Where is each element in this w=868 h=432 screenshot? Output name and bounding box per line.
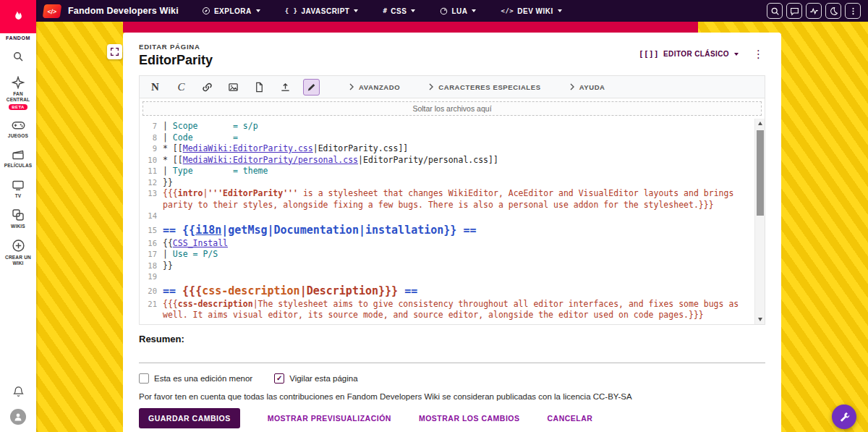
code-line[interactable]: 16{{CSS_Install <box>140 238 754 250</box>
show-changes-button[interactable]: MOSTRAR LOS CAMBIOS <box>419 414 520 423</box>
bold-button[interactable]: N <box>147 79 163 96</box>
toolbar-section-ayuda[interactable]: AYUDA <box>566 82 610 92</box>
search-icon <box>770 7 780 16</box>
code-line[interactable]: 7| Scope = s/p <box>140 121 754 132</box>
line-number: 18 <box>140 261 163 272</box>
chevron-down-icon <box>472 9 476 12</box>
code-token: = s/p <box>233 121 258 131</box>
code-line[interactable]: 12}} <box>140 177 754 189</box>
plus-circle-icon <box>12 239 25 253</box>
nav-item-explora[interactable]: EXPLORA <box>197 6 265 16</box>
tv-icon <box>12 179 25 191</box>
chevron-down-icon <box>411 9 415 12</box>
editor-mode-switcher[interactable]: [[]] EDITOR CLÁSICO <box>634 48 743 59</box>
code-token: i18n <box>195 224 221 237</box>
show-preview-button[interactable]: MOSTRAR PREVISUALIZACIÓN <box>268 414 391 423</box>
code-line[interactable]: 21{{{css-description|The stylesheet aims… <box>140 299 754 321</box>
code-token: {{{ <box>182 284 202 297</box>
line-number: 20 <box>140 283 163 299</box>
devwiki-logo-glyph: </> <box>47 7 57 14</box>
code-token: |getMsg|Documentation|installation <box>221 224 443 237</box>
code-token: = <box>233 132 238 143</box>
code-line[interactable]: 20== {{{css-description|Description}}} =… <box>140 283 754 299</box>
code-line[interactable]: 9* [[MediaWiki:EditorParity.css|EditorPa… <box>140 143 754 155</box>
code-editor-area[interactable]: 7| Scope = s/p8| Code =9* [[MediaWiki:Ed… <box>140 119 765 324</box>
nav-item-css[interactable]: # CSS <box>378 7 420 16</box>
toolbar-section-avanzado[interactable]: AVANZADO <box>345 82 404 92</box>
rail-item-tv[interactable]: TV <box>0 178 36 200</box>
devwiki-logo[interactable]: </> <box>43 4 62 18</box>
code-token: = P/S <box>193 249 218 259</box>
activity-icon <box>809 7 819 16</box>
editor-scrollbar[interactable] <box>754 119 765 324</box>
link-button[interactable] <box>199 79 216 96</box>
expand-icon <box>110 47 119 56</box>
javascript-icon: { } <box>285 7 298 14</box>
code-line[interactable]: 18}} <box>140 261 754 272</box>
code-line[interactable]: 17| Use = P/S <box>140 249 754 261</box>
license-notice: Por favor ten en cuenta que todas las co… <box>139 392 765 401</box>
collapse-editor-button[interactable] <box>107 44 122 59</box>
minor-edit-label: Esta es una edición menor <box>154 374 252 383</box>
scrollbar-up-arrow[interactable] <box>755 119 765 128</box>
nav-icon-group <box>767 3 861 19</box>
line-number: 17 <box>140 249 163 261</box>
rail-item-wikis[interactable]: WIKIS <box>0 208 36 230</box>
user-icon <box>13 412 23 422</box>
rail-item-juegos[interactable]: JUEGOS <box>0 119 36 140</box>
toolbar-section-caracteres-especiales[interactable]: CARACTERES ESPECIALES <box>425 82 545 92</box>
editor-header: EDITAR PÁGINA EditorParity [[]] EDITOR C… <box>139 43 765 68</box>
code-line[interactable]: 14 <box>140 211 754 222</box>
summary-input[interactable] <box>139 346 765 363</box>
rail-item-crear-un-wiki[interactable]: CREAR UN WIKI <box>0 238 36 267</box>
scrollbar-thumb[interactable] <box>757 130 764 216</box>
code-token: {{{ <box>163 188 178 198</box>
fandom-wordmark[interactable]: FANDOM <box>6 35 30 41</box>
nav-item-dev-wiki[interactable]: </> DEV WIKI <box>496 7 566 16</box>
nav-search-button[interactable] <box>767 3 783 19</box>
line-number: 10 <box>140 155 163 166</box>
italic-button[interactable]: C <box>173 79 190 96</box>
editor-options-button[interactable]: ⋮ <box>752 48 765 59</box>
nav-item-lua[interactable]: LUA <box>435 7 480 16</box>
code-line[interactable]: 13{{{intro|'''EditorParity''' is a style… <box>140 188 754 211</box>
rail-item-label: TV <box>15 193 22 199</box>
summary-label: Resumen: <box>139 334 765 344</box>
code-text: }} <box>163 177 754 189</box>
line-number: 8 <box>140 132 163 144</box>
nav-theme-toggle-button[interactable] <box>825 3 841 19</box>
dev-tools-fab[interactable] <box>832 405 856 429</box>
nav-item-javascript[interactable]: { } JAVASCRIPT <box>281 7 363 16</box>
rail-item-label: JUEGOS <box>8 133 28 139</box>
code-line[interactable]: 8| Code = <box>140 132 754 144</box>
code-line[interactable]: 15== {{i18n|getMsg|Documentation|install… <box>140 222 754 238</box>
rail-item-label: PELÍCULAS <box>4 163 33 169</box>
user-avatar[interactable] <box>10 409 26 425</box>
notifications-button[interactable] <box>11 384 26 402</box>
code-line[interactable]: 11| Type = theme <box>140 166 754 177</box>
minor-edit-checkbox[interactable]: Esta es una edición menor <box>139 373 252 384</box>
file-button[interactable] <box>251 79 268 96</box>
rail-search-button[interactable] <box>9 48 27 67</box>
code-token: }} == <box>443 224 476 237</box>
wiki-name-link[interactable]: Fandom Developers Wiki <box>68 6 179 16</box>
nav-activity-button[interactable] <box>806 3 822 19</box>
bell-icon <box>12 386 25 398</box>
scrollbar-down-arrow[interactable] <box>755 315 765 324</box>
pencil-button[interactable] <box>303 79 320 96</box>
code-token: * [[ <box>163 143 183 153</box>
rail-item-fan-central[interactable]: FAN CENTRAL BETA <box>0 75 36 111</box>
cancel-button[interactable]: CANCELAR <box>548 414 593 423</box>
nav-discussions-button[interactable] <box>786 3 802 19</box>
rail-item-peliculas[interactable]: PELÍCULAS <box>0 148 36 169</box>
code-line[interactable]: 19 <box>140 271 754 283</box>
link-icon <box>202 82 213 93</box>
fandom-logo[interactable] <box>0 0 36 33</box>
file-dropzone[interactable]: Soltar los archivos aquí <box>142 101 762 116</box>
nav-more-button[interactable] <box>845 3 861 19</box>
watch-page-checkbox[interactable]: ✓ Vigilar esta página <box>274 373 357 384</box>
upload-button[interactable] <box>277 79 294 96</box>
image-button[interactable] <box>225 79 242 96</box>
save-changes-button[interactable]: GUARDAR CAMBIOS <box>139 408 240 428</box>
code-line[interactable]: 10* [[MediaWiki:EditorParity/personal.cs… <box>140 155 754 166</box>
